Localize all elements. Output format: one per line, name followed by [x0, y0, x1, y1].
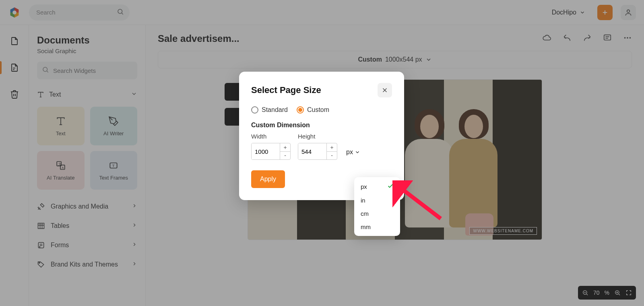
chevron-down-icon: [355, 149, 360, 155]
height-step-down[interactable]: -: [327, 152, 337, 160]
height-input-wrap: + -: [298, 143, 337, 160]
unit-mm-label: mm: [361, 223, 371, 230]
unit-option-mm[interactable]: mm: [354, 220, 400, 234]
width-label: Width: [251, 133, 291, 140]
height-label: Height: [298, 133, 337, 140]
radio-standard[interactable]: Standard: [251, 106, 288, 114]
unit-option-in[interactable]: in: [354, 194, 400, 207]
unit-dropdown: px in cm mm: [354, 177, 400, 236]
radio-standard-label: Standard: [262, 106, 288, 114]
modal-title: Select Page Size: [251, 85, 321, 95]
height-step-up[interactable]: +: [327, 143, 337, 152]
width-input[interactable]: [252, 143, 280, 159]
unit-px-label: px: [361, 183, 367, 190]
close-button[interactable]: [378, 83, 392, 97]
height-input[interactable]: [298, 143, 326, 159]
unit-cm-label: cm: [361, 210, 369, 217]
radio-custom[interactable]: Custom: [297, 106, 329, 114]
unit-option-px[interactable]: px: [354, 180, 400, 194]
unit-selected-label: px: [346, 149, 353, 156]
unit-in-label: in: [361, 197, 365, 204]
radio-custom-label: Custom: [307, 106, 329, 114]
unit-option-cm[interactable]: cm: [354, 207, 400, 220]
apply-button[interactable]: Apply: [251, 170, 285, 188]
width-step-up[interactable]: +: [280, 143, 290, 152]
close-icon: [381, 87, 388, 94]
width-step-down[interactable]: -: [280, 152, 290, 160]
radio-dot: [297, 106, 304, 114]
radio-dot: [251, 106, 258, 114]
custom-dimension-label: Custom Dimension: [251, 122, 392, 129]
width-input-wrap: + -: [251, 143, 291, 160]
check-icon: [387, 183, 394, 190]
unit-selector[interactable]: px: [345, 145, 362, 160]
